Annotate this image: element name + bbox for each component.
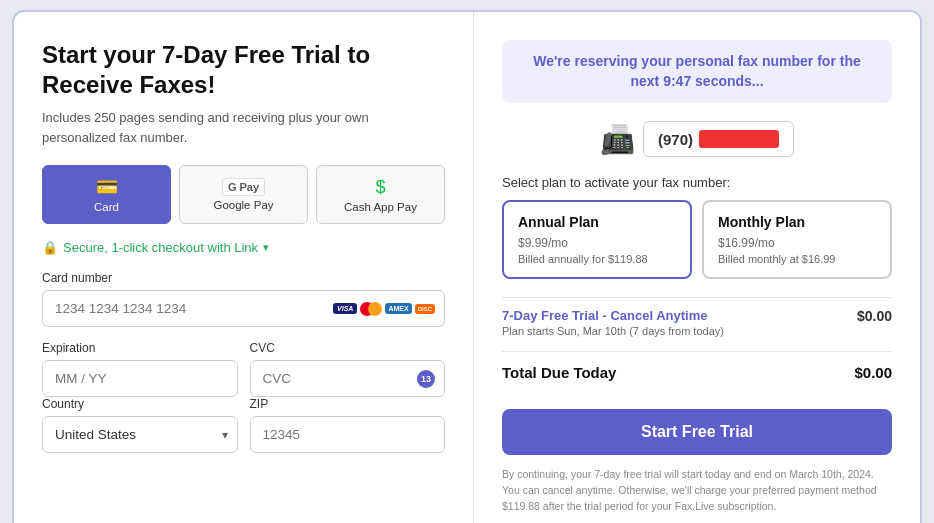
monthly-plan-billing: Billed monthly at $16.99: [718, 253, 876, 265]
card-tab-icon: 💳: [96, 176, 118, 198]
fax-area-code: (970): [658, 131, 693, 148]
checkout-modal: Start your 7-Day Free Trial to Receive F…: [12, 10, 922, 523]
secure-checkout-row[interactable]: 🔒 Secure, 1-click checkout with Link ▾: [42, 240, 445, 255]
fax-icon: 📠: [600, 123, 635, 156]
tab-card[interactable]: 💳 Card: [42, 165, 171, 224]
expiration-col: Expiration: [42, 341, 238, 397]
tab-google-pay[interactable]: G Pay Google Pay: [179, 165, 308, 224]
tab-cash-app[interactable]: $ Cash App Pay: [316, 165, 445, 224]
trial-price: $0.00: [857, 308, 892, 324]
reservation-text: We're reserving your personal fax number…: [533, 53, 861, 89]
left-panel: Start your 7-Day Free Trial to Receive F…: [14, 12, 474, 523]
zip-label: ZIP: [250, 397, 446, 411]
reservation-banner: We're reserving your personal fax number…: [502, 40, 892, 103]
google-pay-tab-icon: G Pay: [222, 178, 265, 196]
cvc-input[interactable]: [250, 360, 446, 397]
amex-icon: AMEX: [385, 303, 411, 314]
lock-icon: 🔒: [42, 240, 58, 255]
cvc-col: CVC 13: [250, 341, 446, 397]
card-brand-icons: VISA AMEX DISC: [333, 302, 435, 316]
trial-row: 7-Day Free Trial - Cancel Anytime Plan s…: [502, 297, 892, 347]
card-number-field-wrap: Card number VISA AMEX DISC: [42, 271, 445, 327]
plan-card-monthly[interactable]: Monthly Plan $16.99/mo Billed monthly at…: [702, 200, 892, 279]
cvc-wrap: 13: [250, 360, 446, 397]
country-select[interactable]: United States Canada United Kingdom: [42, 416, 238, 453]
country-select-wrap: United States Canada United Kingdom ▾: [42, 416, 238, 453]
expiration-label: Expiration: [42, 341, 238, 355]
payment-tabs: 💳 Card G Pay Google Pay $ Cash App Pay: [42, 165, 445, 224]
monthly-plan-name: Monthly Plan: [718, 214, 876, 230]
page-subtitle: Includes 250 pages sending and receiving…: [42, 108, 445, 147]
trial-title: 7-Day Free Trial - Cancel Anytime: [502, 308, 724, 323]
country-col: Country United States Canada United King…: [42, 397, 238, 453]
annual-plan-billing: Billed annually for $119.88: [518, 253, 676, 265]
disclaimer-text: By continuing, your 7-day free trial wil…: [502, 467, 892, 514]
monthly-plan-price: $16.99/mo: [718, 233, 876, 251]
expiration-input[interactable]: [42, 360, 238, 397]
annual-plan-per: /mo: [548, 236, 568, 250]
zip-col: ZIP: [250, 397, 446, 453]
right-panel: We're reserving your personal fax number…: [474, 12, 920, 523]
plan-select-label: Select plan to activate your fax number:: [502, 175, 892, 190]
country-zip-row: Country United States Canada United King…: [42, 397, 445, 453]
google-pay-tab-label: Google Pay: [213, 199, 273, 211]
exp-cvc-row: Expiration CVC 13: [42, 341, 445, 397]
trial-subtitle: Plan starts Sun, Mar 10th (7 days from t…: [502, 325, 724, 337]
card-number-label: Card number: [42, 271, 445, 285]
total-label: Total Due Today: [502, 364, 616, 381]
discover-icon: DISC: [415, 304, 435, 314]
fax-number-box: 📠 (970): [502, 121, 892, 157]
annual-plan-name: Annual Plan: [518, 214, 676, 230]
plan-options: Annual Plan $9.99/mo Billed annually for…: [502, 200, 892, 279]
visa-icon: VISA: [333, 303, 357, 314]
start-trial-button[interactable]: Start Free Trial: [502, 409, 892, 455]
monthly-plan-per: /mo: [755, 236, 775, 250]
total-amount: $0.00: [854, 364, 892, 381]
country-label: Country: [42, 397, 238, 411]
annual-plan-price: $9.99/mo: [518, 233, 676, 251]
trial-info: 7-Day Free Trial - Cancel Anytime Plan s…: [502, 308, 724, 337]
plan-card-annual[interactable]: Annual Plan $9.99/mo Billed annually for…: [502, 200, 692, 279]
cvc-label: CVC: [250, 341, 446, 355]
total-row: Total Due Today $0.00: [502, 351, 892, 393]
fax-number-redacted: [699, 130, 779, 148]
page-title: Start your 7-Day Free Trial to Receive F…: [42, 40, 445, 100]
mastercard-icon: [360, 302, 382, 316]
cvc-badge-icon: 13: [417, 370, 435, 388]
chevron-down-icon: ▾: [263, 241, 269, 254]
cash-app-tab-icon: $: [375, 177, 385, 198]
secure-checkout-label: Secure, 1-click checkout with Link: [63, 240, 258, 255]
cash-app-tab-label: Cash App Pay: [344, 201, 417, 213]
fax-number-display: (970): [643, 121, 794, 157]
zip-input[interactable]: [250, 416, 446, 453]
card-tab-label: Card: [94, 201, 119, 213]
